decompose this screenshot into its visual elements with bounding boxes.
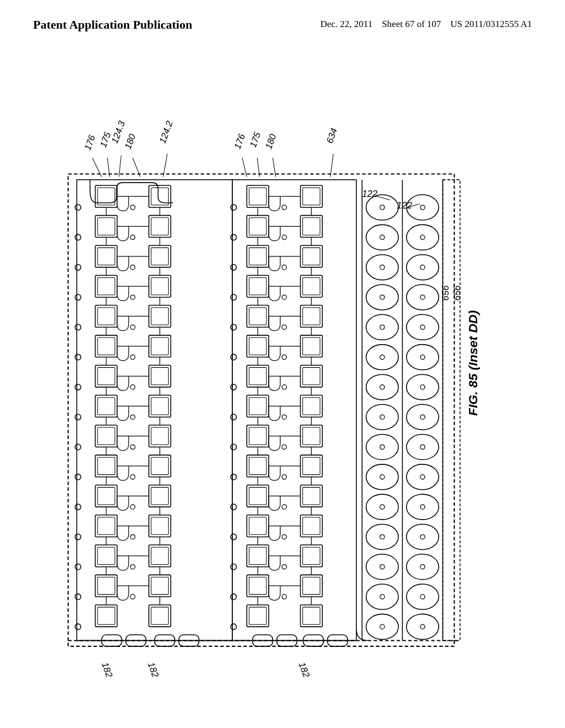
svg-rect-94 bbox=[151, 457, 168, 474]
sheet-info: Sheet 67 of 107 bbox=[382, 19, 441, 29]
svg-point-226 bbox=[282, 235, 286, 239]
svg-point-31 bbox=[75, 234, 81, 240]
svg-rect-51 bbox=[95, 275, 118, 297]
svg-point-332 bbox=[380, 595, 385, 599]
svg-text:175: 175 bbox=[248, 130, 263, 148]
svg-point-313 bbox=[366, 464, 398, 490]
svg-point-354 bbox=[420, 355, 425, 359]
svg-rect-85 bbox=[149, 335, 171, 357]
svg-point-351 bbox=[420, 265, 425, 269]
svg-point-176 bbox=[231, 504, 236, 510]
svg-point-39 bbox=[75, 474, 81, 479]
svg-rect-265 bbox=[300, 365, 322, 387]
svg-point-151 bbox=[130, 205, 135, 210]
svg-rect-90 bbox=[151, 397, 168, 414]
svg-rect-49 bbox=[95, 245, 118, 267]
svg-text:656: 656 bbox=[452, 285, 462, 301]
svg-rect-259 bbox=[300, 275, 322, 297]
svg-point-362 bbox=[420, 595, 425, 599]
svg-point-358 bbox=[420, 474, 425, 479]
svg-rect-45 bbox=[95, 185, 118, 207]
svg-rect-204 bbox=[249, 517, 266, 534]
svg-rect-96 bbox=[151, 487, 168, 504]
svg-point-363 bbox=[420, 624, 425, 629]
svg-rect-267 bbox=[300, 395, 322, 417]
svg-point-157 bbox=[130, 385, 135, 389]
svg-rect-263 bbox=[300, 335, 322, 357]
svg-point-343 bbox=[407, 464, 439, 490]
svg-point-172 bbox=[231, 384, 236, 389]
svg-point-237 bbox=[282, 564, 286, 569]
svg-point-353 bbox=[420, 325, 425, 329]
svg-point-308 bbox=[366, 314, 398, 340]
svg-point-330 bbox=[380, 534, 385, 539]
svg-point-305 bbox=[366, 224, 398, 250]
main-content: 176 175 124.3 180 124.2 176 175 180 634 … bbox=[0, 39, 565, 706]
svg-point-158 bbox=[130, 415, 135, 419]
svg-point-167 bbox=[231, 234, 236, 240]
publication-info: Dec. 22, 2011 Sheet 67 of 107 US 2011/03… bbox=[320, 17, 532, 31]
svg-rect-73 bbox=[95, 604, 118, 627]
svg-point-178 bbox=[231, 564, 236, 569]
svg-rect-196 bbox=[249, 397, 266, 414]
svg-rect-78 bbox=[151, 218, 168, 235]
svg-text:124.2: 124.2 bbox=[157, 119, 175, 144]
svg-point-325 bbox=[380, 385, 385, 389]
svg-rect-91 bbox=[149, 425, 171, 447]
svg-rect-87 bbox=[149, 365, 171, 387]
svg-rect-364 bbox=[443, 180, 460, 641]
svg-rect-98 bbox=[151, 517, 168, 534]
svg-rect-92 bbox=[151, 427, 168, 445]
svg-rect-273 bbox=[300, 485, 322, 507]
svg-point-361 bbox=[420, 564, 425, 569]
svg-text:180: 180 bbox=[122, 132, 138, 150]
svg-point-345 bbox=[407, 524, 439, 549]
svg-point-156 bbox=[130, 355, 135, 359]
svg-line-10 bbox=[376, 196, 390, 200]
svg-rect-29 bbox=[77, 180, 232, 641]
svg-rect-55 bbox=[95, 335, 118, 357]
svg-point-232 bbox=[282, 415, 286, 419]
svg-rect-184 bbox=[249, 218, 266, 235]
svg-point-312 bbox=[366, 434, 398, 459]
svg-point-168 bbox=[231, 264, 236, 270]
svg-rect-205 bbox=[247, 545, 269, 567]
svg-point-348 bbox=[407, 614, 439, 639]
svg-rect-202 bbox=[249, 487, 266, 504]
svg-point-233 bbox=[282, 445, 286, 449]
svg-text:180: 180 bbox=[263, 132, 279, 150]
svg-rect-59 bbox=[95, 395, 118, 417]
svg-rect-47 bbox=[95, 215, 118, 237]
svg-rect-93 bbox=[149, 455, 171, 477]
svg-rect-194 bbox=[249, 367, 266, 384]
svg-rect-269 bbox=[300, 425, 322, 447]
svg-rect-181 bbox=[247, 185, 269, 207]
svg-point-171 bbox=[231, 354, 236, 360]
svg-rect-100 bbox=[151, 547, 168, 564]
svg-point-346 bbox=[407, 554, 439, 580]
svg-point-174 bbox=[231, 444, 236, 449]
svg-point-34 bbox=[75, 324, 81, 330]
svg-rect-58 bbox=[98, 367, 115, 384]
svg-point-316 bbox=[366, 554, 398, 580]
svg-rect-260 bbox=[303, 277, 320, 295]
svg-rect-281 bbox=[300, 604, 322, 627]
svg-rect-77 bbox=[149, 215, 171, 237]
svg-point-30 bbox=[75, 205, 81, 210]
svg-rect-99 bbox=[149, 545, 171, 567]
svg-point-357 bbox=[420, 445, 425, 449]
svg-point-326 bbox=[380, 415, 385, 419]
svg-point-333 bbox=[380, 624, 385, 629]
svg-rect-268 bbox=[303, 397, 320, 414]
svg-point-350 bbox=[420, 235, 425, 239]
svg-point-236 bbox=[282, 534, 286, 539]
svg-rect-102 bbox=[151, 577, 168, 594]
svg-point-152 bbox=[130, 235, 135, 239]
svg-rect-101 bbox=[149, 575, 171, 597]
svg-rect-256 bbox=[303, 218, 320, 235]
svg-rect-81 bbox=[149, 275, 171, 297]
svg-point-360 bbox=[420, 534, 425, 539]
svg-rect-89 bbox=[149, 395, 171, 417]
svg-point-155 bbox=[130, 325, 135, 329]
svg-point-153 bbox=[130, 265, 135, 269]
